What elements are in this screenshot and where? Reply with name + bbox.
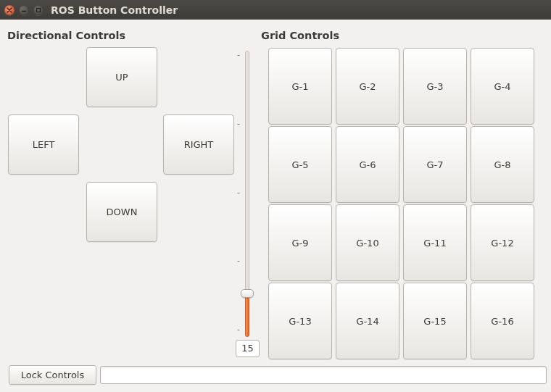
slider-value-field[interactable]: 15 [236,340,260,357]
slider-tick: - [237,188,240,196]
grid-button-14[interactable]: G-14 [336,283,399,359]
close-icon[interactable] [4,5,14,15]
lock-controls-button[interactable]: Lock Controls [9,365,96,385]
grid-button-7[interactable]: G-7 [403,126,467,203]
grid-button-3[interactable]: G-3 [403,48,467,125]
grid-button-2[interactable]: G-2 [336,48,399,125]
grid-button-5[interactable]: G-5 [268,126,332,203]
slider[interactable]: - - - - - [236,49,257,360]
window-title: ROS Button Controller [51,4,178,16]
grid-button-8[interactable]: G-8 [471,126,534,203]
directional-controls-label: Directional Controls [7,30,125,41]
slider-ticks: - - - - - [237,51,240,333]
status-input[interactable] [100,366,547,384]
grid-button-6[interactable]: G-6 [336,126,399,203]
dpad-right-button[interactable]: RIGHT [163,114,234,175]
slider-thumb[interactable] [241,289,254,298]
grid-button-10[interactable]: G-10 [336,204,399,281]
grid-button-15[interactable]: G-15 [403,283,467,359]
slider-tick: - [237,257,240,264]
slider-tick: - [237,325,240,333]
titlebar: ROS Button Controller [0,0,551,20]
maximize-icon[interactable] [33,5,44,15]
grid-button-13[interactable]: G-13 [268,283,332,359]
svg-rect-0 [37,8,41,12]
window-buttons [4,5,44,15]
slider-fill [245,293,249,337]
grid-button-9[interactable]: G-9 [268,204,332,281]
dpad-up-button[interactable]: UP [86,47,157,107]
slider-tick: - [237,120,240,128]
dpad-down-button[interactable]: DOWN [86,182,157,242]
grid-controls-label: Grid Controls [261,30,339,41]
slider-tick: - [237,51,240,59]
dpad-left-button[interactable]: LEFT [8,114,79,175]
grid-button-16[interactable]: G-16 [471,283,534,359]
grid-button-4[interactable]: G-4 [471,48,534,125]
grid-button-12[interactable]: G-12 [471,204,534,281]
grid-button-11[interactable]: G-11 [403,204,467,281]
minimize-icon[interactable] [19,5,29,15]
grid-button-1[interactable]: G-1 [268,48,332,125]
client-area: Directional Controls Grid Controls UP LE… [0,20,551,392]
